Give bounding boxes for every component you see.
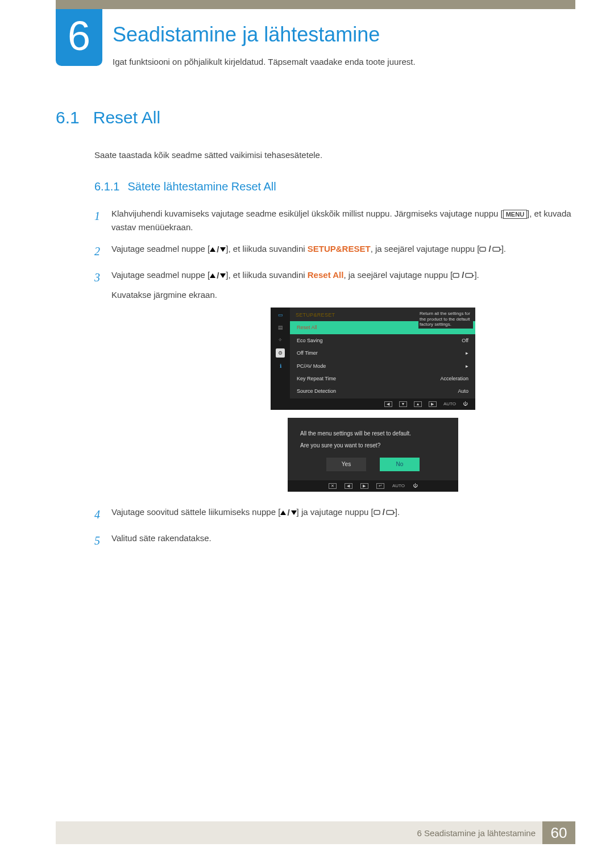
page-number: 60 — [542, 821, 575, 844]
move-icon: ✧ — [275, 336, 285, 344]
nav-left-icon: ◀ — [384, 401, 392, 407]
text: Vajutage seadmel nuppe [ — [111, 270, 210, 280]
svg-rect-4 — [374, 510, 380, 514]
nav-right-icon: ▶ — [360, 483, 368, 489]
step-text: Vajutage seadmel nuppe [/], et liikuda s… — [111, 268, 575, 497]
chapter-title: Seadistamine ja lähtestamine — [113, 23, 380, 47]
text: ]. — [395, 507, 400, 517]
text: Vajutage seadmel nuppe [ — [111, 244, 210, 254]
power-icon: ⏻ — [463, 401, 467, 408]
close-icon: ✕ — [329, 483, 337, 489]
text: , ja seejärel vajutage nuppu [ — [343, 270, 453, 280]
osd-value: Auto — [458, 387, 468, 395]
nav-left-icon: ◀ — [345, 483, 352, 489]
osd-nav-bar: ◀ ▼ ▲ ▶ AUTO ⏻ — [271, 398, 475, 410]
step-1: 1 Klahvijuhendi kuvamiseks vajutage sead… — [94, 207, 575, 234]
osd-label: Source Detection — [297, 387, 336, 395]
subsection-number: 6.1.1 — [94, 180, 119, 193]
osd-label: Off Timer — [297, 349, 318, 357]
top-bar — [56, 0, 575, 9]
osd-row-timer: Off Timer ▸ — [290, 347, 475, 359]
menu-button-label: MENU — [503, 210, 527, 219]
info-icon: ℹ — [275, 362, 285, 370]
svg-rect-5 — [387, 510, 393, 514]
text: Klahvijuhendi kuvamiseks vajutage seadme… — [111, 209, 503, 218]
svg-rect-2 — [453, 273, 459, 277]
nav-right-icon: ▶ — [429, 401, 437, 407]
osd-value: ▸ — [466, 362, 468, 370]
source-enter-icon: / — [374, 507, 395, 517]
section-title: 6.1Reset All — [56, 108, 575, 127]
subsection-title: 6.1.1Sätete lähtestamine Reset All — [94, 180, 575, 193]
osd-label: Eco Saving — [297, 337, 323, 344]
text: ]. — [474, 270, 479, 280]
osd-side-icons: ▭ ▤ ✧ ⚙ ℹ — [271, 308, 290, 398]
picture-icon: ▤ — [275, 323, 285, 331]
page-footer: 6 Seadistamine ja lähtestamine 60 — [56, 821, 575, 844]
step-5: 5 Valitud säte rakendatakse. — [94, 531, 575, 550]
nav-down-icon: ▼ — [399, 401, 407, 407]
highlight-reset-all: Reset All — [308, 270, 344, 280]
osd-row-key: Key Repeat Time Acceleration — [290, 372, 475, 385]
gear-icon: ⚙ — [276, 348, 285, 358]
svg-rect-0 — [480, 247, 486, 251]
enter-icon: ↵ — [376, 483, 384, 489]
step-3: 3 Vajutage seadmel nuppe [/], et liikuda… — [94, 268, 575, 497]
step-text: Klahvijuhendi kuvamiseks vajutage seadme… — [111, 207, 575, 234]
confirm-line2: Are you sure you want to reset? — [300, 441, 446, 450]
section-name: Reset All — [93, 108, 160, 127]
text: ] ja vajutage nuppu [ — [297, 507, 374, 517]
source-enter-icon: / — [479, 244, 501, 254]
osd-label: PC/AV Mode — [297, 362, 326, 370]
confirm-yes-button: Yes — [326, 458, 366, 471]
nav-auto-label: AUTO — [443, 401, 456, 408]
up-down-icon: / — [280, 506, 296, 520]
step-number: 4 — [94, 505, 111, 524]
footer-text: 6 Seadistamine ja lähtestamine — [417, 828, 536, 838]
monitor-icon: ▭ — [275, 311, 285, 319]
step-text: Vajutage seadmel nuppe [/], et liikuda s… — [111, 242, 575, 256]
text: Vajutage soovitud sättele liikumiseks nu… — [111, 507, 280, 517]
osd-value: Acceleration — [440, 375, 468, 383]
osd-value: Off — [462, 337, 468, 344]
highlight-setup-reset: SETUP&RESET — [308, 244, 371, 254]
section-number: 6.1 — [56, 108, 80, 127]
confirm-nav-bar: ✕ ◀ ▶ ↵ AUTO ⏻ — [288, 480, 458, 492]
up-down-icon: / — [210, 269, 226, 283]
svg-rect-3 — [466, 273, 472, 277]
text: ]. — [501, 244, 506, 254]
step-number: 2 — [94, 242, 111, 260]
steps-list: 1 Klahvijuhendi kuvamiseks vajutage sead… — [94, 207, 575, 550]
osd-row-src: Source Detection Auto — [290, 385, 475, 397]
osd-screenshot: ▭ ▤ ✧ ⚙ ℹ SETUP&RESET Reset All — [271, 308, 475, 410]
text: , ja seejärel vajutage nuppu [ — [371, 244, 480, 254]
text: Kuvatakse järgmine ekraan. — [111, 288, 575, 302]
text: ], et liikuda suvandini — [226, 270, 307, 280]
osd-label: Key Repeat Time — [297, 375, 336, 383]
chapter-subtitle: Igat funktsiooni on põhjalikult kirjelda… — [113, 57, 416, 67]
step-number: 1 — [94, 207, 111, 225]
chapter-number-badge: 6 — [56, 9, 102, 66]
osd-tooltip: Return all the settings for the product … — [418, 310, 473, 329]
step-4: 4 Vajutage soovitud sättele liikumiseks … — [94, 505, 575, 524]
nav-auto-label: AUTO — [392, 483, 405, 490]
source-enter-icon: / — [453, 270, 474, 280]
confirm-no-button: No — [380, 458, 420, 471]
step-number: 3 — [94, 268, 111, 286]
osd-confirm-dialog: All the menu settings will be reset to d… — [288, 418, 458, 492]
osd-label: Reset All — [297, 323, 317, 331]
osd-row-pcav: PC/AV Mode ▸ — [290, 360, 475, 372]
section-description: Saate taastada kõik seadme sätted vaikim… — [94, 150, 575, 160]
subsection-name: Sätete lähtestamine Reset All — [127, 180, 276, 193]
step-text: Vajutage soovitud sättele liikumiseks nu… — [111, 505, 575, 520]
osd-row-eco: Eco Saving Off — [290, 334, 475, 347]
step-text: Valitud säte rakendatakse. — [111, 531, 575, 545]
svg-rect-1 — [493, 247, 500, 251]
confirm-line1: All the menu settings will be reset to d… — [300, 429, 446, 438]
power-icon: ⏻ — [413, 483, 417, 490]
nav-up-icon: ▲ — [414, 401, 422, 407]
up-down-icon: / — [210, 243, 226, 256]
osd-value: ▸ — [466, 349, 468, 357]
step-2: 2 Vajutage seadmel nuppe [/], et liikuda… — [94, 242, 575, 260]
text: ], et liikuda suvandini — [226, 244, 307, 254]
